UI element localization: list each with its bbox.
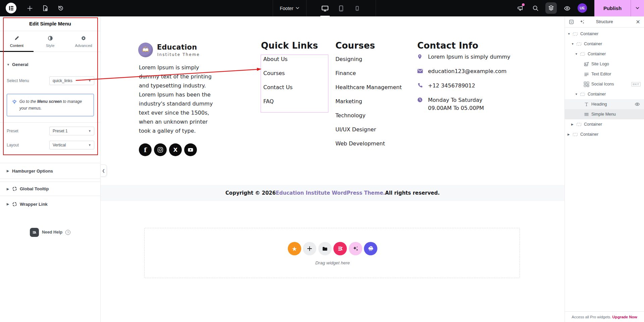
menu-link[interactable]: Designing	[335, 56, 402, 63]
structure-toggle-icon[interactable]	[545, 2, 557, 14]
history-icon[interactable]	[56, 4, 65, 12]
structure-tree-row[interactable]: Text Editor	[565, 69, 644, 79]
heading-icon	[583, 102, 589, 107]
tree-expand-icon[interactable]: ▼	[575, 92, 580, 96]
tree-expand-icon[interactable]: ▶	[568, 133, 572, 136]
site-logo-image[interactable]	[138, 43, 153, 57]
preset-dropdown[interactable]: Preset 1 ▼	[49, 127, 94, 135]
about-line: Lorem Ipsum has been the	[139, 90, 213, 99]
responsive-mode-switcher	[306, 0, 376, 16]
elementor-logo-icon[interactable]	[6, 3, 16, 13]
templately-button[interactable]	[364, 242, 377, 255]
device-mobile-icon[interactable]	[352, 0, 363, 16]
structure-tree-row[interactable]: Simple Menu	[565, 109, 644, 119]
courses-menu: DesigningFinanceHealthcare ManagementMar…	[335, 56, 402, 154]
site-logo-icon	[583, 62, 589, 67]
drop-hint: Drag widget here	[101, 260, 565, 265]
youtube-icon[interactable]	[184, 143, 197, 156]
menu-link[interactable]: About Us	[263, 56, 292, 63]
structure-tree-row[interactable]: ▼Container	[565, 89, 644, 99]
document-switcher[interactable]: Footer	[273, 0, 306, 16]
panel-collapse-icon[interactable]: ❮	[101, 165, 107, 177]
menu-link[interactable]: Technology	[335, 112, 402, 119]
need-help-button[interactable]: Need Help ?	[0, 226, 100, 239]
tree-expand-icon[interactable]: ▼	[575, 52, 580, 56]
ai-sparkle-icon[interactable]	[578, 17, 586, 26]
visibility-eye-icon[interactable]	[635, 102, 640, 107]
tree-expand-icon[interactable]: ▼	[571, 42, 576, 46]
publish-button[interactable]: Publish	[594, 0, 631, 16]
structure-tree-row[interactable]: ▶Container	[565, 129, 644, 139]
structure-tree-row[interactable]: Social IconsEKIT	[565, 79, 644, 89]
tab-label: Content	[10, 44, 23, 48]
instagram-icon[interactable]	[154, 143, 167, 156]
structure-tree-row[interactable]: ▶Container	[565, 119, 644, 129]
contact-text: Monday To Saturday09.00AM To 05.00PM	[428, 96, 484, 112]
add-element-icon[interactable]	[25, 4, 34, 12]
structure-tree-row[interactable]: ▼Container	[565, 39, 644, 49]
menu-link[interactable]: Marketing	[335, 98, 402, 105]
add-widget-button[interactable]	[303, 242, 316, 255]
container-icon	[572, 133, 578, 136]
publish-options-icon[interactable]	[631, 0, 644, 16]
elementor-editor: Footer UE Publish	[0, 0, 644, 322]
tab-advanced[interactable]: Advanced	[67, 31, 100, 52]
contact-text: education123@example.com	[428, 67, 506, 75]
device-desktop-icon[interactable]	[319, 0, 331, 16]
tree-item-label: Container	[584, 122, 602, 127]
layout-dropdown[interactable]: Vertical ▼	[49, 141, 94, 149]
structure-tree-row[interactable]: Site Logo	[565, 59, 644, 69]
menu-link[interactable]: FAQ	[263, 98, 292, 105]
menu-link[interactable]: UI/UX Designer	[335, 126, 402, 133]
gear-icon	[81, 36, 86, 42]
wrapper-link-icon	[12, 202, 17, 207]
folder-button[interactable]	[318, 242, 332, 255]
social-icons-row: f𝗫	[139, 143, 197, 156]
ai-button[interactable]	[349, 242, 362, 255]
tab-content[interactable]: Content	[0, 31, 34, 52]
menu-link[interactable]: Finance	[335, 70, 402, 77]
panel-tabs: ContentStyleAdvanced	[0, 31, 100, 52]
section-hamburger-options[interactable]: ▶Hamburger Options	[0, 163, 100, 179]
tree-expand-icon[interactable]: ▶	[571, 123, 576, 126]
layout-label: Layout	[7, 143, 19, 147]
about-line: text ever since the 1500s,	[139, 108, 213, 117]
menu-link[interactable]: Contact Us	[263, 84, 292, 91]
section-global-tooltip[interactable]: ▶ Global Tooltip	[0, 182, 100, 196]
tree-expand-icon[interactable]: ▼	[568, 32, 572, 36]
favorites-button[interactable]: ★	[288, 242, 301, 255]
about-line: took a galley of type.	[139, 126, 213, 135]
menu-link[interactable]: Healthcare Management	[335, 84, 402, 91]
caret-down-icon: ▼	[88, 143, 91, 147]
close-icon[interactable]: ✕	[634, 17, 642, 26]
user-avatar[interactable]: UE	[578, 3, 587, 13]
tab-style[interactable]: Style	[34, 31, 67, 52]
elementskit-button[interactable]	[333, 242, 347, 255]
section-label: Hamburger Options	[12, 169, 53, 174]
facebook-icon[interactable]: f	[139, 143, 152, 156]
device-tablet-icon[interactable]	[335, 0, 347, 16]
upgrade-now-link[interactable]: Upgrade Now	[612, 315, 637, 319]
structure-tree-row[interactable]: ▼Container	[565, 49, 644, 59]
menu-link[interactable]: Courses	[263, 70, 292, 77]
structure-tree-row[interactable]: Heading	[565, 99, 644, 109]
tree-item-label: Container	[580, 132, 598, 137]
help-question-icon: ?	[65, 230, 70, 235]
x-icon[interactable]: 𝗫	[169, 143, 182, 156]
section-general[interactable]: ▼ General	[7, 62, 28, 67]
collapse-all-icon[interactable]	[567, 17, 576, 26]
container-icon	[572, 33, 578, 36]
preview-icon[interactable]	[563, 4, 571, 12]
menu-link[interactable]: Web Development	[335, 140, 402, 147]
select-menu-dropdown[interactable]: quick_links ▼	[49, 76, 94, 85]
section-wrapper-link[interactable]: ▶ Wrapper Link	[0, 196, 100, 212]
menu-notice-box: Go to the Menu screen to manage your men…	[7, 94, 94, 116]
search-icon[interactable]	[531, 4, 540, 12]
structure-tree-row[interactable]: ▼Container	[565, 29, 644, 39]
location-pin-icon	[417, 53, 423, 61]
page-settings-icon[interactable]	[41, 4, 49, 12]
whats-new-icon[interactable]	[516, 4, 524, 12]
theme-link[interactable]: Education Institute WordPress Theme.	[276, 190, 385, 196]
site-title: Education	[157, 43, 197, 51]
education-book-icon	[141, 46, 150, 54]
